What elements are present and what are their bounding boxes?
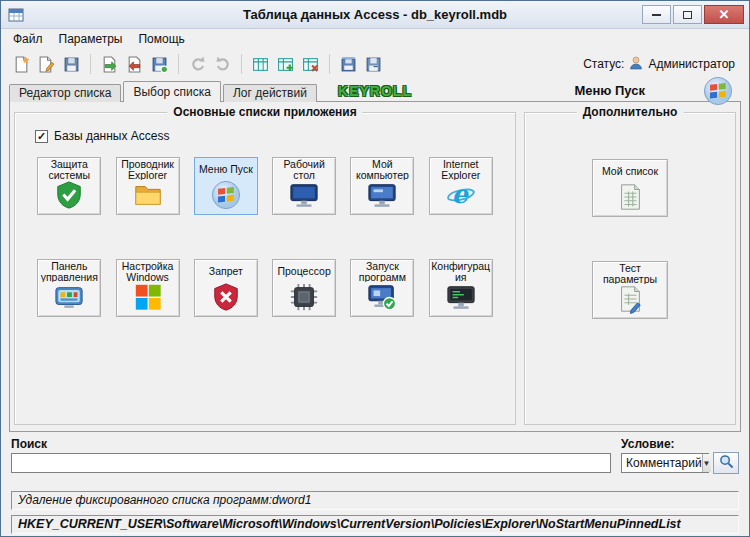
tile-my-computer[interactable]: Мой компьютер: [350, 157, 414, 215]
redo-button[interactable]: [210, 52, 235, 77]
tile-system-protection[interactable]: Защита системы: [37, 157, 101, 215]
chevron-down-icon[interactable]: ▼: [702, 454, 711, 472]
maximize-icon: [683, 11, 692, 19]
tile-internet-explorer[interactable]: Internet Explorer e: [429, 157, 493, 215]
menu-help[interactable]: Помощь: [130, 30, 192, 48]
monitor-config-icon: [446, 282, 476, 316]
edit-document-button[interactable]: [34, 52, 59, 77]
tile-ban[interactable]: Запрет: [194, 259, 258, 317]
computer-icon: [367, 180, 397, 214]
condition-select[interactable]: Комментарий ▼: [621, 453, 709, 473]
window-title: Таблица данных Access - db_keyroll.mdb: [1, 7, 749, 22]
save-document-button[interactable]: [59, 52, 84, 77]
condition-label: Условие:: [621, 437, 675, 451]
access-db-checkbox-label: Базы данных Access: [54, 129, 169, 143]
cpu-icon: [289, 282, 319, 316]
checkbox-checked-icon[interactable]: [35, 130, 48, 143]
undo-button[interactable]: [185, 52, 210, 77]
list-table-add-button[interactable]: [273, 52, 298, 77]
maximize-button[interactable]: [673, 5, 702, 24]
database-save-alt-button[interactable]: [361, 52, 386, 77]
tile-processor[interactable]: Процессор: [272, 259, 336, 317]
tile-control-panel[interactable]: Панель управления: [37, 259, 101, 317]
control-panel-icon: [54, 282, 84, 316]
toolbar-separator: [241, 54, 242, 74]
tab-list-selection[interactable]: Выбор списка: [123, 81, 221, 102]
list-table-button[interactable]: [248, 52, 273, 77]
windows-squares-icon: [133, 282, 163, 316]
tile-configuration[interactable]: Конфигурация: [429, 259, 493, 317]
status-bar-description: Удаление фиксированного списка программ:…: [11, 491, 739, 510]
user-icon: [629, 56, 643, 73]
status-area: Статус: Администратор: [583, 56, 741, 73]
status-bar-registry-path: HKEY_CURRENT_USER\Software\Microsoft\Win…: [11, 515, 739, 534]
internet-explorer-icon: e: [446, 180, 476, 214]
toolbar-separator: [90, 54, 91, 74]
access-db-checkbox-row[interactable]: Базы данных Access: [35, 129, 507, 143]
minimize-icon: [652, 14, 661, 16]
toolbar: Статус: Администратор: [1, 48, 749, 80]
tile-desktop[interactable]: Рабочий стол: [272, 157, 336, 215]
monitor-check-icon: [367, 282, 397, 316]
tile-my-list[interactable]: Мой список: [592, 159, 668, 217]
menu-bar: Файл Параметры Помощь: [1, 29, 749, 48]
close-button[interactable]: ✕: [704, 5, 744, 24]
database-save-button[interactable]: [336, 52, 361, 77]
new-document-button[interactable]: [9, 52, 34, 77]
tab-action-log[interactable]: Лог действий: [223, 84, 317, 102]
app-icon[interactable]: [8, 7, 24, 23]
minimize-button[interactable]: [642, 5, 671, 24]
status-label: Статус:: [583, 57, 624, 71]
spreadsheet-params-icon: [615, 284, 645, 318]
monitor-icon: [289, 180, 319, 214]
close-icon: ✕: [719, 8, 730, 21]
tile-windows-setup[interactable]: Настройка Windows: [116, 259, 180, 317]
tab-panel: Основные списки приложения Базы данных A…: [9, 101, 741, 432]
svg-text:e: e: [451, 180, 469, 209]
shield-check-icon: [54, 180, 84, 214]
tile-program-launch[interactable]: Запуск программ: [350, 259, 414, 317]
toolbar-separator: [178, 54, 179, 74]
windows-orb-icon: [211, 180, 241, 214]
tab-bar: Редактор списка Выбор списка Лог действи…: [9, 80, 741, 102]
extra-group: Дополнительно Мой список Тест параметры: [524, 112, 736, 425]
main-group-title: Основные списки приложения: [167, 105, 362, 119]
tab-list-editor[interactable]: Редактор списка: [9, 84, 121, 102]
windows-orb-button[interactable]: [703, 76, 733, 106]
window-controls: ✕: [642, 5, 749, 24]
extra-group-title: Дополнительно: [577, 105, 684, 119]
tile-explorer[interactable]: Проводник Explorer: [116, 157, 180, 215]
toolbar-separator: [329, 54, 330, 74]
import-document-button[interactable]: [122, 52, 147, 77]
title-bar: Таблица данных Access - db_keyroll.mdb ✕: [1, 1, 749, 29]
search-section: Поиск Условие: Комментарий ▼: [11, 437, 739, 481]
menu-file[interactable]: Файл: [5, 30, 51, 48]
spreadsheet-icon: [615, 182, 645, 216]
folder-icon: [133, 180, 163, 214]
selection-title: Меню Пуск: [574, 83, 645, 98]
search-icon: [719, 454, 734, 473]
main-lists-group: Основные списки приложения Базы данных A…: [14, 112, 516, 425]
tile-test-parameters[interactable]: Тест параметры: [592, 261, 668, 319]
condition-value: Комментарий: [626, 456, 702, 470]
status-user: Администратор: [648, 57, 735, 71]
search-button[interactable]: [713, 452, 739, 474]
shield-x-icon: [211, 282, 241, 316]
app-window: Таблица данных Access - db_keyroll.mdb ✕…: [0, 0, 750, 537]
save-colored-button[interactable]: [147, 52, 172, 77]
tile-start-menu[interactable]: Меню Пуск: [194, 157, 258, 215]
app-list-grid: Защита системы Проводник Explorer Меню П…: [23, 157, 507, 317]
export-document-button[interactable]: [97, 52, 122, 77]
search-input[interactable]: [11, 453, 611, 473]
menu-parameters[interactable]: Параметры: [51, 30, 131, 48]
list-table-remove-button[interactable]: [298, 52, 323, 77]
